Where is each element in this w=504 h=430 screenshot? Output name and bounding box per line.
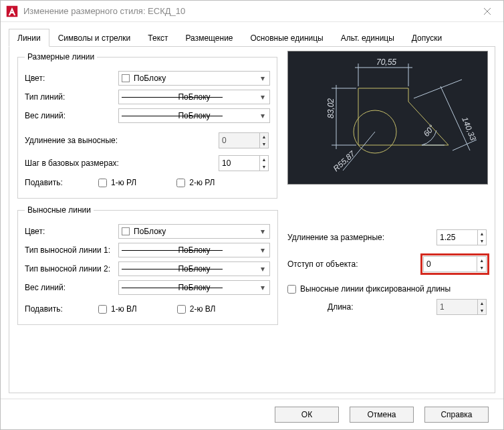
spinner-buttons[interactable]: ▲▼	[477, 230, 486, 245]
tab-fit[interactable]: Размещение	[177, 29, 242, 47]
dimline-ltype-combo[interactable]: ПоБлоку ▾	[118, 90, 270, 104]
extline-lweight-value: ПоБлоку	[178, 283, 210, 292]
tab-lines[interactable]: Линии	[9, 29, 49, 47]
tab-panel-lines: 70,55 83,02 140,33 60° R55,87 Размерные …	[9, 47, 495, 393]
extline-lt2-value: ПоБлоку	[178, 264, 210, 274]
chevron-down-icon: ▾	[259, 227, 267, 236]
close-icon	[483, 7, 491, 15]
tab-alt-units[interactable]: Альт. единицы	[332, 29, 403, 47]
tab-tolerances[interactable]: Допуски	[403, 29, 451, 47]
dimline-color-value: ПоБлоку	[134, 74, 166, 83]
color-swatch-icon	[122, 227, 130, 235]
extline-suppress-1-check[interactable]: 1-ю ВЛ	[98, 304, 137, 314]
chevron-down-icon: ▾	[259, 111, 267, 120]
offset-from-origin-spinner[interactable]: ▲▼	[423, 256, 487, 272]
preview-dim-right: 140,33	[460, 116, 478, 142]
extline-lweight-label: Вес линий:	[25, 283, 118, 292]
extline-suppress-2-check[interactable]: 2-ю ВЛ	[177, 304, 216, 314]
chevron-down-icon: ▾	[259, 74, 267, 83]
ext-beyond-label: Удлинение за размерные:	[287, 233, 436, 242]
preview-dim-top: 70,55	[376, 58, 396, 67]
titlebar: Изменение размерного стиля: ЕСКД_10	[1, 1, 503, 22]
group-extension-lines: Выносные линии Цвет: ПоБлоку ▾ Тип вынос…	[17, 205, 278, 325]
spinner-buttons[interactable]: ▲▼	[259, 156, 268, 171]
group-dimension-lines: Размерные линии Цвет: ПоБлоку ▾ Тип лини…	[17, 52, 277, 199]
ok-button[interactable]: ОК	[275, 407, 339, 423]
extline-color-label: Цвет:	[25, 227, 118, 236]
dimline-suppress-1-check[interactable]: 1-ю РЛ	[98, 178, 136, 187]
dimline-baseline-spinner[interactable]: ▲▼	[219, 155, 269, 171]
offset-from-origin-label: Отступ от объекта:	[287, 259, 423, 269]
extline-lt1-value: ПоБлоку	[178, 245, 210, 255]
extline-color-value: ПоБлоку	[134, 227, 166, 236]
spinner-buttons: ▲▼	[477, 300, 486, 314]
offset-from-origin-input[interactable]	[424, 257, 477, 272]
dimline-baseline-label: Шаг в базовых размерах:	[25, 158, 152, 168]
dimline-color-combo[interactable]: ПоБлоку ▾	[118, 71, 270, 86]
tab-strip: Линии Символы и стрелки Текст Размещение…	[9, 29, 495, 47]
extline-lt2-combo[interactable]: ПоБлоку ▾	[118, 261, 270, 276]
ext-beyond-input[interactable]	[437, 230, 477, 245]
extline-color-combo[interactable]: ПоБлоку ▾	[118, 224, 270, 239]
window-title: Изменение размерного стиля: ЕСКД_10	[23, 6, 474, 16]
dimline-ltype-label: Тип линий:	[25, 92, 118, 102]
fixed-length-label: Длина:	[328, 302, 436, 312]
group-dimension-lines-legend: Размерные линии	[25, 52, 97, 62]
dimline-lweight-label: Вес линий:	[25, 111, 118, 120]
extline-lweight-combo[interactable]: ПоБлоку ▾	[118, 280, 270, 295]
dialog-footer: ОК Отмена Справка	[1, 399, 503, 429]
chevron-down-icon: ▾	[259, 283, 267, 292]
dimline-suppress-2-check[interactable]: 2-ю РЛ	[176, 178, 215, 187]
svg-line-11	[453, 140, 477, 150]
chevron-down-icon: ▾	[259, 92, 267, 102]
dimline-baseline-input[interactable]	[219, 156, 259, 171]
dimline-extend-spinner: ▲▼	[219, 132, 269, 148]
dimline-lweight-combo[interactable]: ПоБлоку ▾	[118, 108, 270, 123]
dialog-content: Линии Символы и стрелки Текст Размещение…	[1, 22, 503, 399]
dialog-window: Изменение размерного стиля: ЕСКД_10 Лини…	[0, 0, 504, 430]
spinner-buttons[interactable]: ▲▼	[477, 257, 486, 272]
cancel-button[interactable]: Отмена	[350, 407, 414, 423]
color-swatch-icon	[122, 74, 130, 82]
ext-beyond-spinner[interactable]: ▲▼	[436, 229, 487, 245]
extline-lt2-label: Тип выносной линии 2:	[25, 264, 118, 274]
preview-pane: 70,55 83,02 140,33 60° R55,87	[287, 51, 488, 185]
close-button[interactable]	[474, 1, 501, 21]
dimline-extend-input	[219, 133, 259, 148]
spinner-buttons: ▲▼	[259, 133, 268, 148]
dimline-suppress-label: Подавить:	[25, 178, 98, 187]
svg-line-10	[414, 80, 462, 98]
help-button[interactable]: Справка	[424, 407, 489, 423]
extline-suppress-label: Подавить:	[25, 304, 98, 314]
lower-area: Выносные линии Цвет: ПоБлоку ▾ Тип вынос…	[17, 205, 487, 332]
dimline-extend-label: Удлинение за выносные:	[25, 136, 152, 145]
tab-primary-units[interactable]: Основные единицы	[242, 29, 332, 47]
group-extension-lines-legend: Выносные линии	[25, 205, 94, 215]
extline-lt1-combo[interactable]: ПоБлоку ▾	[118, 243, 270, 257]
tab-text[interactable]: Текст	[139, 29, 176, 47]
dimline-lweight-value: ПоБлоку	[178, 111, 210, 120]
app-icon	[6, 5, 18, 17]
tab-symbols[interactable]: Символы и стрелки	[49, 29, 140, 47]
extline-lt1-label: Тип выносной линии 1:	[25, 245, 118, 255]
extline-right-column: Удлинение за размерные: ▲▼ Отступ от объ…	[287, 205, 487, 332]
fixed-length-spinner: ▲▼	[436, 299, 487, 315]
chevron-down-icon: ▾	[259, 245, 267, 255]
fixed-length-check[interactable]: Выносные линии фиксированной длины	[287, 284, 451, 294]
preview-dim-left: 83,02	[326, 98, 336, 118]
dimline-ltype-value: ПоБлоку	[178, 92, 210, 102]
chevron-down-icon: ▾	[259, 264, 267, 274]
preview-dim-radius: R55,87	[332, 148, 358, 173]
fixed-length-input	[437, 300, 477, 314]
dimline-color-label: Цвет:	[25, 74, 118, 83]
